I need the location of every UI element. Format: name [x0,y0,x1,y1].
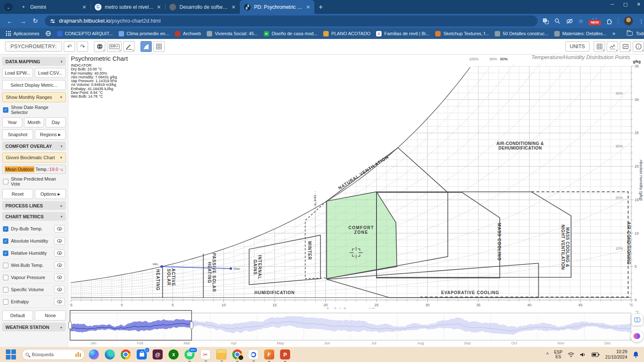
checkbox-unchecked-icon[interactable] [3,299,8,305]
tab-close-icon[interactable]: ✕ [157,4,161,10]
units-button[interactable]: UNITS [565,41,589,52]
redo-button[interactable]: ↷ [77,41,88,52]
visibility-eye-button[interactable] [54,225,65,233]
bookmark-item[interactable]: HDiseño de casa mod... [264,31,317,36]
forward-button[interactable]: → [20,18,26,25]
section-data-mapping[interactable]: DATA MAPPING▾ [2,57,66,66]
taskbar-search[interactable]: Búsqueda [22,349,85,360]
psychro-chart-view-button[interactable] [140,41,152,52]
browser-tab-1[interactable]: ✦Gemini✕ [16,0,91,14]
comfort-overlay-select[interactable]: Givoni Bioclimatic Chart▾ [2,153,66,163]
close-button[interactable]: ✕ [637,2,641,7]
back-button[interactable]: ← [7,18,13,25]
checkbox-unchecked-icon[interactable] [3,263,8,268]
clock[interactable]: 10:2921/10/2024 [605,349,627,360]
tray-expand-button[interactable]: ^ [546,352,549,357]
language-indicator[interactable]: ESPES [554,350,562,359]
powerpoint-taskbar-icon[interactable]: P [280,349,290,359]
checkbox-unchecked-icon[interactable] [3,287,8,292]
visibility-eye-button[interactable] [54,237,65,245]
globe-bookmark[interactable] [45,31,51,36]
section-comfort-overlay[interactable]: COMFORT OVERLAY▾ [2,142,66,150]
profile-avatar[interactable] [624,16,633,26]
whatsapp-taskbar-icon[interactable]: ☎99+ [184,349,195,359]
site-info-icon[interactable] [50,18,55,24]
options-button[interactable]: Options ▶ [35,189,66,199]
checkbox-checked-icon[interactable]: ✓ [3,251,8,256]
globe-menu-button[interactable]: ▾ [94,41,105,52]
tab-close-icon[interactable]: ✕ [82,4,86,10]
file-explorer-taskbar-icon[interactable] [216,349,226,359]
all-bookmarks-button[interactable]: Todos los marcadores [627,31,644,36]
bookmarks-overflow-button[interactable]: » [613,31,615,36]
default-button[interactable]: Default [2,310,33,321]
microsoft-store-taskbar-icon[interactable]: 1 [137,349,147,359]
month-button[interactable]: Month [24,117,44,127]
maximize-button[interactable]: ▢ [623,2,627,7]
load-csv-button[interactable]: Load CSV... [35,68,66,78]
ai-extension-button[interactable] [631,330,643,342]
browser-tab-2[interactable]: Gmetro sobre el nivel del mar - B✕ [91,0,165,14]
bookmark-item[interactable]: Clima promedio en... [119,31,169,36]
select-display-metric-button[interactable]: Select Display Metric... [2,80,66,90]
translate-icon[interactable]: G [543,18,549,24]
visibility-eye-button[interactable] [54,274,65,281]
extensions-icon[interactable] [606,18,613,24]
bookmark-star-icon[interactable]: ☆ [579,18,584,24]
checkbox-unchecked-icon[interactable] [3,275,8,280]
new-tab-button[interactable]: + [319,3,323,11]
chart-grid-menu-button[interactable]: ▾ [594,41,605,52]
browser-tab-4[interactable]: ▞PD: Psychrometric Chart✕ [240,0,314,14]
chrome-taskbar-icon[interactable] [121,349,131,359]
start-button[interactable] [6,349,16,359]
info-menu-button[interactable]: i ▾ [633,41,644,52]
tab-close-icon[interactable]: ✕ [306,4,310,10]
day-button[interactable]: Day [46,117,66,127]
bookmark-item[interactable]: CFamilias de revit | Bi... [376,31,429,36]
load-epw-button[interactable]: Load EPW... [2,68,33,78]
bookmark-item[interactable]: Materiales: Detalles... [554,31,607,36]
bookmark-item[interactable]: Archweb [175,31,201,36]
new-feature-badge[interactable]: ▲▲ NEW [589,17,601,25]
speaker-icon[interactable] [580,352,586,357]
date-range-timeline[interactable]: JanFebMarAprMayJunJulAugSepOctNovDec°C [68,308,644,347]
checkbox-checked-icon[interactable]: ✓ [3,238,8,244]
none-button[interactable]: None [35,310,66,321]
browser-tab-3[interactable]: Desarrollo de software✕ [165,0,240,14]
draw-menu-button[interactable]: ▾ [123,41,135,52]
reading-mode-button[interactable] [631,314,643,326]
regions-button[interactable]: Regions ▶ [35,129,66,140]
bookmark-item[interactable]: CONCEPTO ARQUIT... [57,31,113,36]
visibility-eye-button[interactable] [54,249,65,257]
year-button[interactable]: Year [2,117,22,127]
bookmark-item[interactable]: Sketchup Textures, f... [435,31,489,36]
checkbox-checked-icon[interactable]: ✓ [3,226,8,232]
formit-taskbar-icon[interactable]: F [264,349,274,359]
reload-button[interactable]: ↻ [33,17,38,25]
undo-button[interactable]: ↶ [64,41,75,52]
creative-app-taskbar-icon[interactable]: @ [153,349,163,359]
search-icon[interactable] [554,18,561,24]
snipping-tool-taskbar-icon[interactable]: ✂ [200,349,210,359]
visibility-eye-button[interactable] [54,286,65,293]
show-date-range-checkbox[interactable]: ✓ Show Date Range Selector [3,105,65,115]
eye-off-icon[interactable] [566,18,573,24]
monthly-ranges-select[interactable]: Show Monthly Ranges▾ [2,92,66,102]
wifi-icon[interactable] [568,352,574,357]
range-handle-left[interactable] [69,322,72,329]
reset-button[interactable]: Reset [2,189,33,199]
copilot-taskbar-icon[interactable] [89,349,99,359]
minimize-button[interactable]: ─ [611,2,614,7]
snapshot-button[interactable]: Snapshot [2,129,33,140]
bookmark-item[interactable]: 50 Detalles construc... [495,31,548,36]
section-weather-station[interactable]: WEATHER STATION▸ [2,323,66,331]
edge-taskbar-icon[interactable] [105,349,115,359]
show-pmv-checkbox[interactable]: Show Predicted Mean Vote [3,176,65,186]
range-handle-right[interactable] [190,322,193,329]
address-bar[interactable]: drajmarsh.bitbucket.io/psychro-chart2d.h… [45,16,538,26]
section-process-lines[interactable]: PROCESS LINES▸ [2,201,66,210]
design-app-taskbar-icon[interactable] [248,349,258,359]
apps-shortcut[interactable]: Aplicaciones [6,31,39,36]
bookmark-item[interactable]: PLANO ACOTADO [323,31,370,36]
psychrometric-chart[interactable]: NATURAL VENTILATIONAIR-CONDITIONING &DEH… [68,54,644,308]
